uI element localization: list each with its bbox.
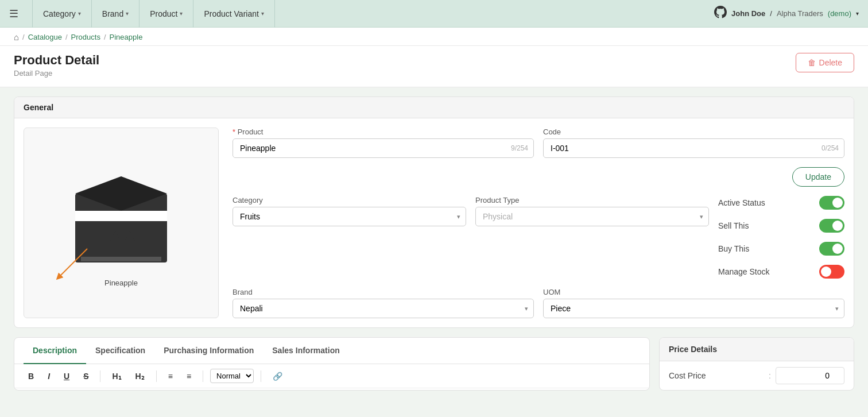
product-form: Product 9/254 Code 0/254 bbox=[232, 128, 844, 318]
uom-label: UOM bbox=[543, 288, 844, 296]
ordered-list-button[interactable]: ≡ bbox=[164, 369, 177, 383]
product-type-label: Product Type bbox=[475, 196, 709, 204]
user-name: John Doe bbox=[731, 9, 765, 18]
price-row-sep: : bbox=[769, 371, 771, 380]
breadcrumb-sep: / bbox=[104, 33, 106, 41]
product-type-group: Product Type Physical ▾ bbox=[475, 196, 709, 226]
svg-line-9 bbox=[59, 249, 87, 277]
italic-button[interactable]: I bbox=[43, 369, 55, 383]
uom-select-wrapper: Piece ▾ bbox=[543, 299, 844, 318]
hamburger-menu[interactable]: ☰ bbox=[9, 7, 18, 20]
code-char-count: 0/254 bbox=[822, 144, 839, 152]
toggle-manage-stock-switch[interactable] bbox=[819, 265, 844, 279]
nav-item-brand[interactable]: Brand ▾ bbox=[92, 0, 140, 28]
nav-label-category: Category bbox=[43, 9, 76, 18]
product-name-char-count: 9/254 bbox=[511, 144, 528, 152]
demo-badge: (demo) bbox=[828, 9, 851, 18]
product-name-input-wrapper: 9/254 bbox=[232, 138, 534, 158]
user-menu-arrow[interactable]: ▾ bbox=[856, 10, 859, 17]
tab-sales-info[interactable]: Sales Information bbox=[263, 338, 348, 364]
h2-button[interactable]: H₂ bbox=[131, 369, 149, 383]
toolbar-divider bbox=[156, 370, 157, 382]
product-image-area: Pineapple bbox=[24, 128, 219, 318]
toggle-buy-this-label: Buy This bbox=[718, 244, 749, 253]
toggle-manage-stock-label: Manage Stock bbox=[718, 267, 770, 276]
product-name-group: Product 9/254 bbox=[232, 128, 534, 158]
org-name: Alpha Traders bbox=[777, 9, 823, 18]
h1-button[interactable]: H₁ bbox=[107, 369, 126, 383]
tab-purchasing-info[interactable]: Purchasing Information bbox=[154, 338, 263, 364]
delete-button[interactable]: 🗑 Delete bbox=[796, 53, 854, 72]
strikethrough-button[interactable]: S bbox=[79, 369, 93, 383]
category-select[interactable]: Fruits bbox=[232, 207, 466, 226]
toggle-sell-this: Sell This bbox=[718, 219, 844, 233]
tabs-card: Description Specification Purchasing Inf… bbox=[14, 337, 650, 391]
annotation-arrow bbox=[41, 243, 99, 289]
category-select-wrapper: Fruits ▾ bbox=[232, 207, 466, 226]
format-select[interactable]: Normal bbox=[210, 369, 254, 383]
breadcrumb-products[interactable]: Products bbox=[71, 33, 100, 41]
chevron-down-icon: ▾ bbox=[261, 10, 264, 17]
category-label: Category bbox=[232, 196, 466, 204]
brand-group: Brand Nepali ▾ bbox=[232, 288, 534, 318]
svg-rect-6 bbox=[126, 241, 133, 254]
price-details-header: Price Details bbox=[660, 338, 854, 361]
category-group: Category Fruits ▾ bbox=[232, 196, 466, 226]
page-header: Product Detail Detail Page 🗑 Delete bbox=[0, 46, 868, 87]
brand-label: Brand bbox=[232, 288, 534, 296]
uom-select[interactable]: Piece bbox=[543, 299, 844, 318]
svg-rect-2 bbox=[75, 211, 167, 221]
tab-specification[interactable]: Specification bbox=[86, 338, 154, 364]
home-icon[interactable]: ⌂ bbox=[14, 32, 19, 42]
general-section-title: General bbox=[24, 103, 53, 112]
toggle-active-status: Active Status bbox=[718, 196, 844, 210]
general-section: General bbox=[14, 96, 854, 328]
code-input-wrapper: 0/254 bbox=[543, 138, 844, 158]
nav-item-category[interactable]: Category ▾ bbox=[32, 0, 92, 28]
product-image-label: Pineapple bbox=[104, 279, 138, 287]
chevron-down-icon: ▾ bbox=[78, 10, 81, 17]
code-input[interactable] bbox=[543, 138, 844, 158]
toggle-sell-this-label: Sell This bbox=[718, 221, 749, 230]
top-navigation: ☰ Category ▾ Brand ▾ Product ▾ Product V… bbox=[0, 0, 868, 28]
toggle-active-status-label: Active Status bbox=[718, 198, 765, 207]
toolbar-divider bbox=[203, 370, 203, 382]
chevron-down-icon: ▾ bbox=[180, 10, 183, 17]
nav-item-product[interactable]: Product ▾ bbox=[140, 0, 193, 28]
page-subtitle: Detail Page bbox=[14, 69, 99, 78]
main-content: General bbox=[0, 87, 868, 400]
toggle-buy-this-switch[interactable] bbox=[819, 242, 844, 256]
brand-select[interactable]: Nepali bbox=[232, 299, 534, 318]
uom-group: UOM Piece ▾ bbox=[543, 288, 844, 318]
breadcrumb-sep: / bbox=[65, 33, 68, 41]
page-title-area: Product Detail Detail Page bbox=[14, 53, 99, 78]
cost-price-row: Cost Price : bbox=[660, 361, 854, 390]
tab-description[interactable]: Description bbox=[24, 338, 86, 364]
price-card: Price Details Cost Price : bbox=[659, 337, 854, 391]
underline-button[interactable]: U bbox=[59, 369, 74, 383]
nav-items: Category ▾ Brand ▾ Product ▾ Product Var… bbox=[32, 0, 714, 28]
toggle-buy-this: Buy This bbox=[718, 242, 844, 256]
toggle-sell-this-switch[interactable] bbox=[819, 219, 844, 233]
cost-price-input[interactable] bbox=[776, 367, 844, 384]
nav-user-area: John Doe / Alpha Traders (demo) ▾ bbox=[714, 6, 859, 22]
toolbar-divider bbox=[100, 370, 100, 382]
toggle-active-status-switch[interactable] bbox=[819, 196, 844, 210]
github-icon bbox=[714, 6, 727, 22]
product-code-row: Product 9/254 Code 0/254 bbox=[232, 128, 844, 158]
product-type-select[interactable]: Physical bbox=[475, 207, 709, 226]
toggles-area: Active Status Sell This bbox=[718, 196, 844, 279]
bold-button[interactable]: B bbox=[24, 369, 38, 383]
update-button[interactable]: Update bbox=[792, 167, 844, 187]
breadcrumb: ⌂ / Catalogue / Products / Pineapple bbox=[14, 32, 854, 45]
nav-item-product-variant[interactable]: Product Variant ▾ bbox=[193, 0, 274, 28]
editor-toolbar: B I U S H₁ H₂ ≡ ≡ Normal 🔗 bbox=[14, 364, 649, 388]
unordered-list-button[interactable]: ≡ bbox=[182, 369, 196, 383]
link-button[interactable]: 🔗 bbox=[268, 369, 287, 383]
product-name-input[interactable] bbox=[232, 138, 534, 158]
toolbar-divider bbox=[261, 370, 261, 382]
code-label: Code bbox=[543, 128, 844, 136]
product-name-label: Product bbox=[232, 128, 534, 136]
breadcrumb-catalogue[interactable]: Catalogue bbox=[28, 33, 62, 41]
general-layout: Pineapple Product 9/254 bbox=[24, 128, 844, 318]
